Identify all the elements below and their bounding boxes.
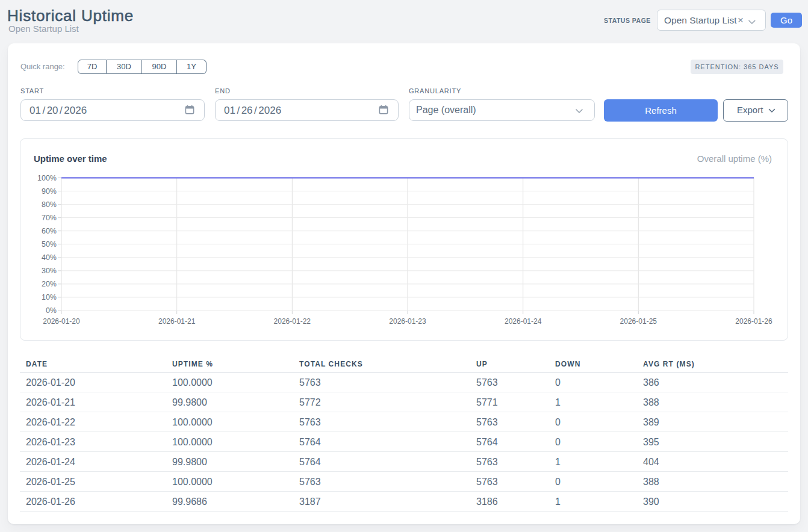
svg-text:100%: 100% xyxy=(37,174,57,182)
svg-text:2026-01-23: 2026-01-23 xyxy=(389,317,426,326)
svg-text:0%: 0% xyxy=(46,306,57,315)
svg-text:70%: 70% xyxy=(42,214,57,222)
svg-text:2026-01-25: 2026-01-25 xyxy=(620,317,657,326)
svg-text:80%: 80% xyxy=(42,200,57,209)
svg-text:2026-01-20: 2026-01-20 xyxy=(43,317,80,326)
svg-text:60%: 60% xyxy=(42,227,57,235)
svg-text:40%: 40% xyxy=(42,253,57,262)
svg-text:50%: 50% xyxy=(42,240,57,249)
svg-text:2026-01-21: 2026-01-21 xyxy=(158,317,196,326)
svg-text:10%: 10% xyxy=(42,293,57,302)
svg-text:2026-01-26: 2026-01-26 xyxy=(735,317,772,326)
svg-text:20%: 20% xyxy=(42,280,57,288)
svg-text:2026-01-24: 2026-01-24 xyxy=(505,317,542,326)
svg-text:30%: 30% xyxy=(42,267,57,275)
svg-text:2026-01-22: 2026-01-22 xyxy=(274,317,311,326)
svg-text:90%: 90% xyxy=(42,187,57,196)
